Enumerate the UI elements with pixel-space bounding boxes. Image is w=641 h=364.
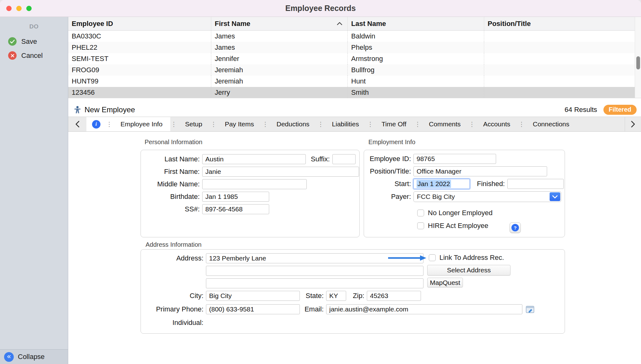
personal-info-group: Last Name: Suffix: First Name: Middle Na…: [141, 150, 360, 237]
tab-separator-icon: ⋮: [317, 117, 324, 131]
birthdate-input[interactable]: [202, 192, 269, 202]
select-address-button[interactable]: Select Address: [427, 265, 510, 276]
collapse-label: Collapse: [18, 353, 45, 361]
individual-label: Individual:: [146, 319, 203, 327]
table-row[interactable]: BA0330C James Baldwin: [68, 31, 641, 42]
payer-dropdown-button[interactable]: [550, 192, 560, 201]
personal-info-heading: Personal Information: [145, 139, 203, 146]
start-date-input[interactable]: Jan 1 2022: [413, 179, 470, 189]
tab-accounts[interactable]: Accounts: [475, 117, 518, 131]
payer-value: FCC Big City: [414, 193, 455, 200]
employment-info-heading: Employment Info: [368, 139, 415, 146]
tab-pay-items[interactable]: Pay Items: [217, 117, 262, 131]
suffix-input[interactable]: [332, 154, 356, 164]
tab-time-off[interactable]: Time Off: [374, 117, 414, 131]
address-line2-input[interactable]: [206, 266, 423, 276]
table-scrollbar[interactable]: [635, 17, 641, 98]
table-row[interactable]: PHEL22 James Phelps: [68, 42, 641, 53]
zoom-window-button[interactable]: [26, 6, 32, 11]
tab-liabilities[interactable]: Liabilities: [324, 117, 367, 131]
employee-id-input[interactable]: [413, 154, 496, 164]
cancel-button[interactable]: Cancel: [0, 48, 68, 63]
link-to-address-checkbox[interactable]: [429, 254, 436, 261]
state-input[interactable]: [326, 291, 346, 301]
finished-date-input[interactable]: [507, 179, 564, 189]
finished-date-label: Finished:: [475, 180, 505, 188]
window-title: Employee Records: [285, 4, 356, 13]
table-row[interactable]: SEMI-TEST Jennifer Armstrong: [68, 53, 641, 64]
save-button[interactable]: Save: [0, 34, 68, 48]
hire-act-checkbox[interactable]: [417, 222, 424, 229]
cell-employee-id: PHEL22: [68, 42, 211, 53]
cell-position: [484, 87, 635, 98]
filtered-badge[interactable]: Filtered: [603, 105, 637, 115]
cell-last-name: Bullfrog: [347, 64, 484, 76]
payer-label: Payer:: [370, 193, 411, 201]
address-info-heading: Address Information: [146, 241, 202, 248]
address-line3-input[interactable]: [206, 278, 423, 288]
scrollbar-thumb[interactable]: [636, 56, 640, 69]
sidebar: DO Save Cancel « Collapse: [0, 17, 68, 364]
employee-info-button[interactable]: i: [86, 117, 106, 131]
middle-name-label: Middle Name:: [146, 180, 200, 188]
tab-label: Connections: [533, 120, 569, 128]
link-to-address-label: Link To Address Rec.: [439, 254, 504, 262]
position-title-input[interactable]: [413, 166, 547, 176]
table-row-selected[interactable]: 123456 Jerry Smith: [68, 87, 641, 98]
tab-setup[interactable]: Setup: [177, 117, 210, 131]
tab-deductions[interactable]: Deductions: [269, 117, 317, 131]
minimize-window-button[interactable]: [16, 6, 22, 11]
cell-first-name: Jeremiah: [211, 64, 347, 76]
cell-first-name: James: [211, 31, 347, 42]
collapse-button[interactable]: « Collapse: [0, 349, 68, 364]
table-row[interactable]: HUNT99 Jeremiah Hunt: [68, 76, 641, 87]
cell-first-name: Jennifer: [211, 53, 347, 64]
first-name-input[interactable]: [202, 167, 359, 177]
cell-employee-id: 123456: [68, 87, 211, 98]
tab-label: Deductions: [277, 120, 310, 128]
tab-separator-icon: ⋮: [262, 117, 269, 131]
column-header-position[interactable]: Position/Title: [484, 17, 635, 30]
tab-connections[interactable]: Connections: [525, 117, 577, 131]
traffic-lights: [6, 6, 32, 11]
cell-position: [484, 76, 635, 87]
position-title-label: Position/Title:: [370, 167, 411, 175]
close-window-button[interactable]: [6, 6, 12, 11]
hire-act-info-button[interactable]: ?: [510, 222, 521, 233]
tab-label: Comments: [429, 120, 461, 128]
last-name-input[interactable]: [202, 154, 306, 164]
payer-select[interactable]: FCC Big City: [413, 191, 561, 202]
info-icon: i: [92, 120, 100, 129]
cell-last-name: Hunt: [347, 76, 484, 87]
tab-separator-icon: ⋮: [469, 117, 475, 131]
ssn-input[interactable]: [202, 204, 269, 214]
ssn-label: SS#:: [146, 205, 200, 213]
zip-input[interactable]: [367, 291, 421, 301]
email-input[interactable]: [326, 304, 522, 314]
tab-comments[interactable]: Comments: [421, 117, 469, 131]
zip-label: Zip:: [349, 292, 364, 300]
city-input[interactable]: [206, 291, 300, 301]
table-row[interactable]: FROG09 Jeremiah Bullfrog: [68, 64, 641, 76]
tabs-scroll-right-button[interactable]: [625, 117, 641, 131]
middle-name-input[interactable]: [202, 179, 307, 189]
chevron-down-icon: [552, 195, 558, 199]
compose-email-icon[interactable]: [526, 305, 535, 314]
tab-label: Time Off: [382, 120, 406, 128]
column-header-first-name[interactable]: First Name: [211, 17, 347, 30]
cell-position: [484, 53, 635, 64]
question-mark-icon: ?: [511, 224, 519, 231]
tab-employee-info[interactable]: Employee Info: [113, 117, 170, 131]
tab-separator-icon: ⋮: [518, 117, 525, 131]
no-longer-employed-checkbox[interactable]: [417, 210, 424, 216]
primary-phone-input[interactable]: [206, 304, 300, 314]
tabs-scroll-left-button[interactable]: [68, 117, 86, 131]
column-header-employee-id[interactable]: Employee ID: [68, 17, 211, 30]
column-header-last-name[interactable]: Last Name: [347, 17, 484, 30]
annotation-arrow-icon: [387, 255, 427, 261]
chevron-left-icon: [75, 121, 79, 128]
mapquest-button[interactable]: MapQuest: [427, 278, 463, 287]
suffix-label: Suffix:: [311, 155, 330, 163]
employment-info-group: Employee ID: Position/Title: Start: Jan …: [364, 150, 565, 237]
chevron-right-icon: [631, 121, 635, 128]
